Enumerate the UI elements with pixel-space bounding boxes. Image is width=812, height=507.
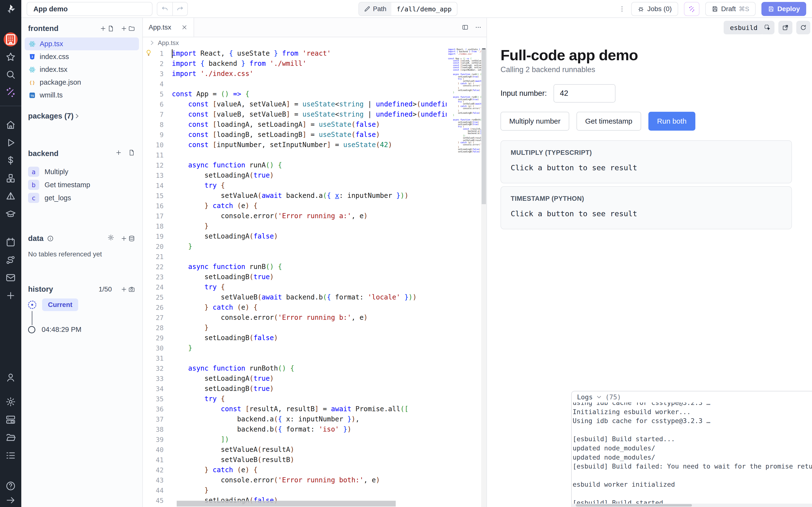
code-line: 6 const [valueA, setValueA] = useState<s… <box>143 99 486 109</box>
file-name: wmill.ts <box>40 91 63 99</box>
code-line: 36 const [resultA, resultB] = await Prom… <box>143 404 486 414</box>
folder-icon[interactable] <box>5 432 16 443</box>
redo-icon <box>177 6 183 12</box>
audit-logs-icon[interactable] <box>5 450 16 461</box>
log-line: Using idb cache for csstype@3.2.3 … <box>573 416 812 426</box>
data-settings-button[interactable] <box>107 234 114 243</box>
chevron-down-icon[interactable] <box>596 394 602 400</box>
code-lines: 1import React, { useState } from 'react'… <box>143 48 486 507</box>
runnable-badge: b <box>28 180 39 190</box>
add-snapshot-button[interactable] <box>120 286 135 293</box>
plus-icon <box>120 235 127 242</box>
horizontal-scrollbar[interactable] <box>177 501 396 507</box>
prism-icon[interactable] <box>5 191 16 202</box>
play-icon[interactable] <box>5 137 16 148</box>
home-icon[interactable] <box>5 119 16 130</box>
file-name: App.tsx <box>40 40 63 48</box>
add-runnable-button[interactable] <box>115 149 122 158</box>
top-bar: Path f/all/demo_app Jobs (0) Draft⌘S Dep… <box>21 0 812 18</box>
minimap[interactable]: import React, { useState } from 'react'i… <box>446 48 482 155</box>
worker-group-icon[interactable] <box>5 414 16 425</box>
history-current-item[interactable]: Current <box>28 298 78 311</box>
deploy-save-icon <box>768 6 774 12</box>
settings-icon[interactable] <box>5 396 16 407</box>
vertical-scrollbar[interactable] <box>481 48 486 507</box>
component-picker-button[interactable] <box>760 21 774 34</box>
tab-app-tsx[interactable]: App.tsx <box>143 18 194 37</box>
redo-button[interactable] <box>172 2 187 15</box>
routes-icon[interactable] <box>5 255 16 265</box>
file-item-index-css[interactable]: 3index.css <box>25 50 139 63</box>
runnable-item-a[interactable]: aMultiply <box>26 165 139 178</box>
code-line: import './index.css' <box>448 53 482 55</box>
app-name-input[interactable] <box>26 2 153 16</box>
star-icon[interactable] <box>5 52 16 62</box>
result-card-header: MULTIPLY (TYPESCRIPT) <box>511 149 782 157</box>
lightbulb-icon[interactable] <box>145 49 152 56</box>
user-icon[interactable] <box>5 372 16 383</box>
magic-wand-icon[interactable] <box>5 87 16 98</box>
data-empty-text: No tables referenced yet <box>28 250 102 258</box>
breadcrumb-file[interactable]: App.tsx <box>158 39 179 47</box>
add-folder-button[interactable] <box>120 25 135 32</box>
code-line: 35 try { <box>143 394 486 404</box>
undo-button[interactable] <box>157 2 172 15</box>
plus-icon <box>115 149 122 156</box>
code-area[interactable]: 1import React, { useState } from 'react'… <box>143 48 486 507</box>
graduation-cap-icon[interactable] <box>5 209 16 219</box>
history-snapshot-item[interactable]: 04:48:29 PM <box>28 326 81 334</box>
calendar-icon[interactable] <box>5 237 16 247</box>
css-file-icon: 3 <box>29 53 36 60</box>
plus-icon[interactable] <box>5 290 16 301</box>
input-number-field[interactable] <box>553 84 615 103</box>
path-selector[interactable]: Path f/all/demo_app <box>359 2 457 16</box>
logs-label[interactable]: Logs <box>577 393 593 401</box>
logs-panel: Logs (75) using idb cache for csstype@3.… <box>571 391 812 507</box>
ai-assistant-button[interactable] <box>684 2 699 16</box>
code-line: 25 setValueB(await backend.b({ format: '… <box>143 292 486 302</box>
draft-button[interactable]: Draft⌘S <box>705 2 756 16</box>
jobs-button[interactable]: Jobs (0) <box>631 2 678 16</box>
deploy-button[interactable]: Deploy <box>761 2 806 16</box>
camera-icon <box>128 286 135 293</box>
run-both-button[interactable]: Run both <box>648 112 695 131</box>
split-panel-icon[interactable] <box>462 24 469 31</box>
more-menu-button[interactable] <box>618 6 626 12</box>
runnable-item-b[interactable]: bGet timestamp <box>26 178 139 191</box>
cubes-icon[interactable] <box>5 173 16 184</box>
runnable-label: get_logs <box>45 194 71 202</box>
packages-row[interactable]: packages (7) <box>28 112 136 120</box>
help-icon[interactable] <box>5 481 16 491</box>
get-timestamp-button[interactable]: Get timestamp <box>577 112 641 131</box>
ellipsis-icon[interactable] <box>475 24 482 31</box>
file-item-package-json[interactable]: { }package.json <box>25 76 139 89</box>
refresh-button[interactable] <box>796 21 810 34</box>
close-icon[interactable] <box>181 24 188 31</box>
multiply-number-button[interactable]: Multiply number <box>500 112 569 131</box>
open-external-button[interactable] <box>778 21 793 34</box>
add-table-button[interactable] <box>120 235 135 242</box>
workspace-icon[interactable] <box>4 33 18 47</box>
file-item-wmill-ts[interactable]: TSwmill.ts <box>25 89 139 102</box>
file-item-app-tsx[interactable]: App.tsx <box>25 38 139 50</box>
history-timeline <box>32 311 33 325</box>
editor-tab-bar: App.tsx <box>143 18 486 37</box>
backend-file-button[interactable] <box>128 149 135 158</box>
database-icon <box>128 235 135 242</box>
add-file-button[interactable] <box>100 25 114 32</box>
plus-icon <box>120 286 127 293</box>
collapse-arrow-icon[interactable] <box>5 495 16 506</box>
logs-scrollbar[interactable] <box>572 504 812 507</box>
code-line: 39 ]) <box>143 435 486 445</box>
log-line: Initializing esbuild worker... <box>573 407 812 416</box>
runnable-item-c[interactable]: cget_logs <box>26 191 139 205</box>
mail-icon[interactable] <box>5 272 16 283</box>
log-lines[interactable]: using idb cache for csstype@3.2.3 …Initi… <box>572 401 812 507</box>
refresh-icon <box>800 24 807 31</box>
result-card-2: TIMESTAMP (PYTHON)Click a button to see … <box>500 186 792 229</box>
dollar-icon[interactable] <box>5 155 16 166</box>
search-icon[interactable] <box>5 69 16 80</box>
code-line: 29 setLoadingB(false) <box>143 333 486 343</box>
windmill-logo-icon <box>5 4 16 14</box>
file-item-index-tsx[interactable]: index.tsx <box>25 63 139 76</box>
